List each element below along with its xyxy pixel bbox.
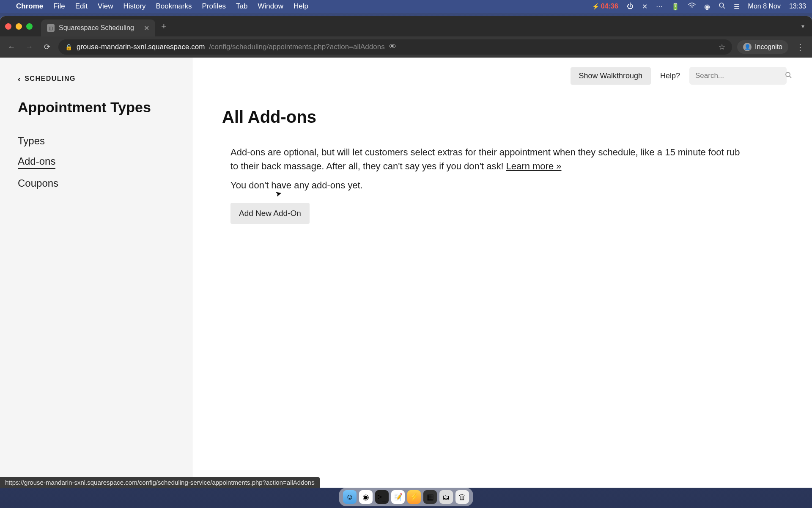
main-content: Show Walkthrough Help? All Add-ons Add-o… [192, 58, 812, 488]
new-tab-button[interactable]: + [161, 21, 167, 32]
lock-icon: 🔒 [65, 44, 72, 50]
control-center-icon[interactable]: ☰ [734, 3, 740, 11]
app-menu[interactable]: Chrome [16, 2, 43, 11]
user-icon[interactable]: ◉ [704, 3, 710, 11]
cookies-blocked-icon[interactable]: 👁 [389, 43, 396, 51]
learn-more-link[interactable]: Learn more » [506, 161, 562, 171]
menubar-date[interactable]: Mon 8 Nov [748, 3, 781, 10]
status-icon[interactable]: ⋯ [656, 3, 663, 11]
app-content: ‹ SCHEDULING Appointment Types Types Add… [0, 58, 812, 488]
status-icon[interactable]: ✕ [642, 3, 647, 11]
description-text: Add-ons are optional, but will let custo… [230, 147, 740, 171]
empty-state-message: You don't have any add-ons yet. [230, 180, 746, 191]
menubar-time[interactable]: 13:33 [789, 3, 806, 10]
svg-line-3 [790, 76, 791, 78]
dock-app-icon[interactable]: ▦ [423, 490, 437, 504]
tabs-overflow-icon[interactable]: ▾ [801, 23, 804, 30]
browser-tabbar: ◫ Squarespace Scheduling ✕ + ▾ [0, 16, 812, 36]
minimize-window-button[interactable] [16, 23, 22, 30]
sidebar: ‹ SCHEDULING Appointment Types Types Add… [0, 58, 192, 488]
dock-terminal-icon[interactable]: >_ [375, 490, 389, 504]
menu-help[interactable]: Help [294, 2, 308, 11]
svg-point-2 [786, 72, 790, 77]
dock-trash-icon[interactable]: 🗑 [455, 490, 469, 504]
tab-favicon: ◫ [47, 24, 55, 32]
menu-bookmarks[interactable]: Bookmarks [156, 2, 192, 11]
spotlight-icon[interactable] [719, 2, 725, 11]
url-host: grouse-mandarin-sxnl.squarespace.com [77, 43, 205, 51]
wifi-icon[interactable] [688, 3, 696, 10]
reload-button[interactable]: ⟳ [41, 41, 53, 53]
menu-file[interactable]: File [53, 2, 65, 11]
browser-tab[interactable]: ◫ Squarespace Scheduling ✕ [41, 19, 155, 36]
chrome-menu-icon[interactable]: ⋮ [793, 42, 807, 52]
dock-chrome-icon[interactable]: ◉ [359, 490, 373, 504]
menu-profiles[interactable]: Profiles [202, 2, 226, 11]
browser-window: ◫ Squarespace Scheduling ✕ + ▾ ← → ⟳ 🔒 g… [0, 16, 812, 488]
svg-line-1 [723, 7, 725, 8]
menu-window[interactable]: Window [258, 2, 283, 11]
search-icon[interactable] [785, 72, 792, 80]
macos-dock: ☺ ◉ >_ 📝 ⚡ ▦ 🗂 🗑 [339, 488, 473, 506]
close-window-button[interactable] [5, 23, 11, 30]
forward-button[interactable]: → [23, 41, 36, 53]
bookmark-star-icon[interactable]: ☆ [719, 42, 725, 52]
browser-toolbar: ← → ⟳ 🔒 grouse-mandarin-sxnl.squarespace… [0, 36, 812, 58]
incognito-icon: 👤 [743, 43, 752, 51]
help-link[interactable]: Help? [660, 72, 680, 80]
url-path: /config/scheduling/appointments.php?acti… [209, 43, 384, 51]
menu-history[interactable]: History [123, 2, 145, 11]
top-actions: Show Walkthrough Help? [571, 67, 787, 85]
addons-description: Add-ons are optional, but will let custo… [230, 145, 746, 173]
dock-app-icon[interactable]: ⚡ [407, 490, 421, 504]
close-tab-icon[interactable]: ✕ [144, 24, 149, 32]
sidebar-heading: Appointment Types [18, 99, 174, 116]
back-to-scheduling[interactable]: ‹ SCHEDULING [18, 75, 174, 83]
chevron-left-icon: ‹ [18, 75, 21, 83]
dock-notes-icon[interactable]: 📝 [391, 490, 405, 504]
battery-time-indicator[interactable]: 04:36 [592, 3, 618, 10]
tab-title: Squarespace Scheduling [59, 24, 134, 32]
show-walkthrough-button[interactable]: Show Walkthrough [571, 67, 651, 85]
sidebar-item-coupons[interactable]: Coupons [18, 177, 174, 189]
dock-app-icon[interactable]: 🗂 [439, 490, 453, 504]
macos-menubar: Chrome File Edit View History Bookmarks … [0, 0, 812, 13]
battery-icon[interactable]: 🔋 [671, 3, 680, 11]
add-new-addon-button[interactable]: Add New Add-On [230, 203, 310, 224]
incognito-badge[interactable]: 👤 Incognito [737, 40, 788, 54]
window-controls [5, 23, 33, 30]
back-label: SCHEDULING [25, 75, 76, 83]
search-field[interactable] [689, 67, 787, 85]
sidebar-item-addons[interactable]: Add-ons [18, 155, 55, 169]
menu-tab[interactable]: Tab [236, 2, 247, 11]
sidebar-nav: Types Add-ons Coupons [18, 135, 174, 189]
menu-view[interactable]: View [98, 2, 113, 11]
content-body: Add-ons are optional, but will let custo… [230, 145, 746, 224]
maximize-window-button[interactable] [26, 23, 33, 30]
menu-edit[interactable]: Edit [75, 2, 88, 11]
sidebar-item-types[interactable]: Types [18, 135, 174, 147]
page-title: All Add-ons [222, 108, 787, 127]
dock-finder-icon[interactable]: ☺ [343, 490, 357, 504]
address-bar[interactable]: 🔒 grouse-mandarin-sxnl.squarespace.com/c… [58, 39, 732, 55]
browser-status-bar: https://grouse-mandarin-sxnl.squarespace… [0, 477, 320, 488]
status-icon[interactable]: ⏻ [627, 3, 634, 10]
back-button[interactable]: ← [5, 41, 18, 53]
search-input[interactable] [695, 72, 785, 80]
incognito-label: Incognito [755, 43, 782, 51]
svg-point-0 [719, 3, 724, 7]
